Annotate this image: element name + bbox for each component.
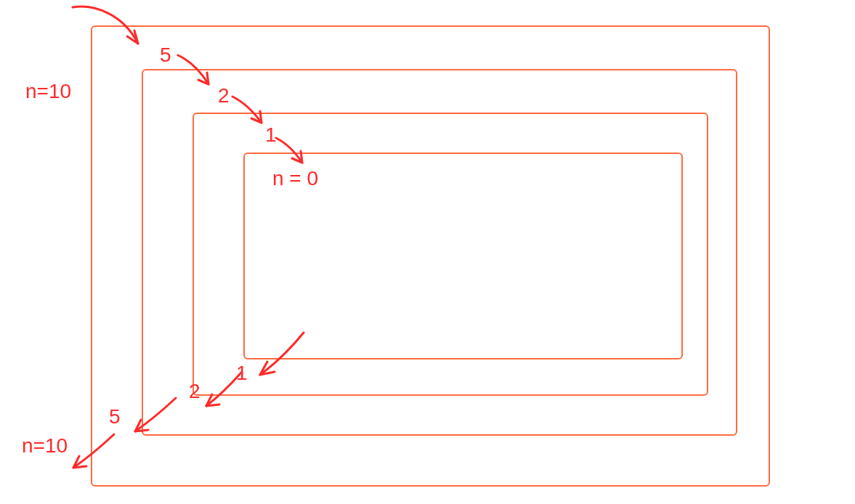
arrow-inward-1 xyxy=(270,132,314,170)
arrow-inward-5 xyxy=(171,49,222,93)
arrow-out-inner xyxy=(247,327,312,385)
arrow-into-outer xyxy=(65,0,153,58)
arrow-inward-2 xyxy=(227,91,274,131)
label-inward-5: 5 xyxy=(160,45,171,65)
label-n-outer-top: n=10 xyxy=(25,81,71,102)
arrow-outward-5 xyxy=(62,428,123,476)
arrow-outward-2 xyxy=(123,392,185,439)
label-base-case: n = 0 xyxy=(272,168,318,189)
label-n-outer-bottom: n=10 xyxy=(22,436,68,456)
arrow-outward-1 xyxy=(196,367,251,414)
label-outward-5: 5 xyxy=(109,407,121,427)
